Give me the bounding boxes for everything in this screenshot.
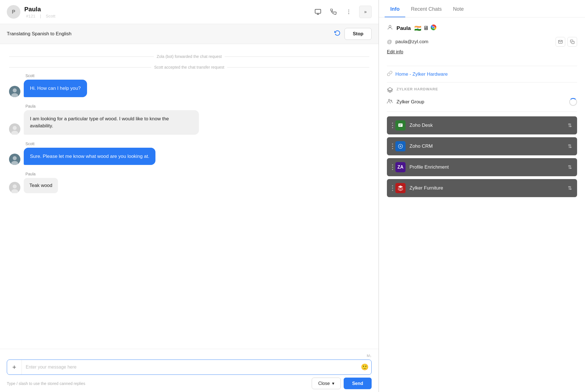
envelope-icon (558, 40, 563, 44)
phone-button[interactable] (329, 7, 338, 17)
profile-enrichment-icon: ZA (395, 162, 406, 172)
translation-bar: Translating Spanish to English Stop (0, 24, 378, 44)
copy-icon (570, 40, 575, 44)
message-input[interactable] (22, 360, 358, 374)
info-tabs: Info Recent Chats Note (379, 0, 585, 18)
scott-avatar-2 (9, 154, 20, 165)
tab-note[interactable]: Note (447, 0, 469, 17)
refresh-translation-button[interactable] (334, 30, 341, 38)
sender-label-scott-2: Scott (25, 141, 369, 146)
browser-chrome-icon (430, 24, 437, 32)
messages-area: Zola (bot) forwarded the chat request Sc… (0, 44, 378, 349)
more-icon (346, 9, 352, 15)
link-icon (387, 71, 393, 78)
stop-button[interactable]: Stop (344, 28, 372, 40)
profile-enrichment-label: Profile Enrichment (409, 164, 568, 170)
company-link[interactable]: Home - Zylker Hardware (395, 71, 448, 77)
header-info: Paula #121 | Scott (24, 6, 313, 18)
close-button[interactable]: Close ▾ (312, 378, 341, 389)
svg-point-2 (348, 12, 349, 12)
svg-point-16 (389, 25, 391, 27)
tab-recent-chats[interactable]: Recent Chats (405, 0, 447, 17)
svg-rect-25 (398, 123, 403, 127)
zylker-furniture-label: Zylker Furniture (409, 185, 568, 191)
contact-row: Paula 🇮🇳 🖥 (387, 24, 577, 32)
expand-icon: » (364, 9, 367, 14)
close-dropdown-icon: ▾ (332, 381, 334, 386)
translation-actions: Stop (334, 28, 372, 40)
message-row-1: Hi. How can I help you? (9, 80, 369, 97)
svg-point-24 (391, 100, 392, 101)
paula-avatar-1 (9, 123, 20, 135)
svg-point-8 (13, 126, 17, 130)
system-message-2: Scott accepted the chat transfer request (9, 65, 369, 69)
expand-button[interactable]: » (359, 6, 372, 18)
zoho-crm-expand-icon: ⇅ (568, 143, 572, 149)
message-bubble-3: Sure. Please let me know what wood are y… (24, 148, 155, 165)
svg-point-11 (13, 156, 17, 160)
group-row: Zylker Group (387, 97, 577, 107)
send-email-button[interactable] (556, 37, 565, 47)
integration-zylker-furniture[interactable]: Zylker Furniture ⇅ (387, 179, 577, 197)
chat-panel: P Paula #121 | Scott (0, 0, 379, 392)
info-panel: Info Recent Chats Note Paula 🇮🇳 🖥 (379, 0, 585, 392)
chrome-icon (430, 24, 437, 31)
integration-zoho-desk[interactable]: Zoho Desk ⇅ (387, 116, 577, 134)
edit-info-link[interactable]: Edit info (387, 49, 403, 56)
screen-share-icon (315, 8, 321, 15)
agent-name: Scott (46, 14, 55, 18)
paula-avatar-img (9, 123, 20, 135)
paula-avatar-2 (9, 182, 20, 193)
zoho-crm-icon (395, 141, 406, 151)
svg-rect-21 (572, 41, 574, 44)
zoho-crm-label: Zoho CRM (409, 143, 568, 149)
info-content: Paula 🇮🇳 🖥 (379, 18, 585, 392)
message-row-3: Sure. Please let me know what wood are y… (9, 148, 369, 165)
emoji-icon: 🙂 (361, 363, 369, 371)
message-group-2: Paula I am looking for a particular type… (9, 104, 369, 135)
message-row-2: I am looking for a particular type of wo… (9, 110, 369, 135)
contact-avatar: P (7, 5, 20, 19)
input-hint: Type / slash to use the stored canned re… (7, 381, 85, 386)
tab-info[interactable]: Info (385, 0, 405, 17)
zoho-desk-label: Zoho Desk (409, 123, 568, 128)
zylker-furniture-expand-icon: ⇅ (568, 185, 572, 191)
sender-label-scott-1: Scott (25, 73, 369, 78)
message-row-4: Teak wood (9, 178, 369, 193)
message-input-row: + 🙂 (7, 360, 372, 375)
integration-zoho-crm[interactable]: Zoho CRM ⇅ (387, 137, 577, 155)
message-bubble-1: Hi. How can I help you? (24, 80, 87, 97)
ticket-number: #121 (26, 14, 35, 18)
layers-icon (387, 87, 393, 95)
svg-point-19 (433, 27, 434, 28)
emoji-button[interactable]: 🙂 (358, 360, 371, 374)
scott-avatar-1 (9, 86, 20, 97)
more-options-button[interactable] (344, 7, 354, 17)
company-name-label: ZYLKER HARDWARE (396, 87, 438, 91)
group-name: Zylker Group (396, 99, 424, 105)
send-button[interactable]: Send (344, 378, 372, 389)
zoho-desk-icon (395, 120, 406, 130)
group-loader (569, 98, 577, 106)
divider-2 (387, 82, 577, 82)
header-actions: » (313, 6, 372, 18)
svg-point-14 (13, 184, 17, 188)
sender-label-paula-2: Paula (25, 172, 369, 176)
copy-email-button[interactable] (567, 37, 577, 47)
header-subtitle: #121 | Scott (24, 14, 313, 18)
divider-3 (387, 112, 577, 112)
close-label: Close (318, 381, 330, 386)
integration-profile-enrichment[interactable]: ZA Profile Enrichment ⇅ (387, 158, 577, 176)
company-section: ZYLKER HARDWARE Zylker Group (387, 87, 577, 107)
footer-buttons: Close ▾ Send (312, 378, 372, 389)
email-action-buttons (556, 37, 577, 47)
email-row: @ paula@zyl.com (387, 37, 577, 47)
paula-avatar-img-2 (9, 182, 20, 193)
input-area: M↓ + 🙂 Type / slash to use the stored ca… (0, 349, 378, 392)
screen-share-button[interactable] (313, 7, 323, 17)
svg-point-1 (348, 10, 349, 10)
integrations-section: Zoho Desk ⇅ Zoho CRM ⇅ (387, 116, 577, 197)
drag-handle-crm (392, 143, 393, 149)
add-attachment-button[interactable]: + (7, 360, 22, 374)
contact-name: Paula (24, 6, 313, 13)
